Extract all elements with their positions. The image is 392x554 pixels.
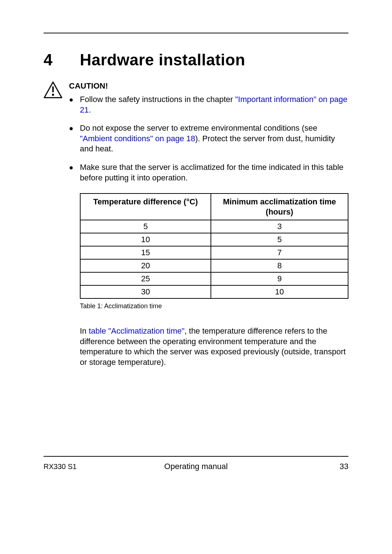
- table-cell-temp: 25: [80, 272, 211, 285]
- bullet-dot-icon: ●: [69, 123, 80, 154]
- bullet-text-pre: Do not expose the server to extreme envi…: [80, 123, 317, 133]
- table-cell-temp: 5: [80, 220, 211, 233]
- bullet-text: Follow the safety instructions in the ch…: [80, 94, 348, 115]
- paragraph-after-table: In table "Acclimatization time", the tem…: [80, 326, 348, 367]
- top-rule: [44, 33, 348, 33]
- table-row: 15 7: [80, 246, 348, 259]
- acclimatization-table-wrap: Temperature difference (°C) Minimum accl…: [80, 193, 348, 310]
- caution-body: CAUTION! ● Follow the safety instruction…: [69, 81, 348, 191]
- chapter-number: 4: [44, 51, 80, 69]
- table-header-row: Temperature difference (°C) Minimum accl…: [80, 194, 348, 220]
- bullet-text-pre: Make sure that the server is acclimatize…: [80, 163, 343, 182]
- page-footer: RX330 S1 Operating manual 33: [44, 456, 348, 471]
- table-caption: Table 1: Acclimatization time: [80, 302, 348, 310]
- caution-label: CAUTION!: [69, 81, 348, 91]
- table-cell-time: 8: [211, 259, 348, 272]
- page-content: 4 Hardware installation CAUTION! ● Follo…: [44, 33, 348, 368]
- table-header-time: Minimum acclimatization time (hours): [211, 194, 348, 220]
- table-cell-time: 5: [211, 233, 348, 246]
- table-row: 10 5: [80, 233, 348, 246]
- caution-triangle-icon: [44, 81, 62, 99]
- acclimatization-table: Temperature difference (°C) Minimum accl…: [80, 193, 348, 299]
- bullet-item: ● Follow the safety instructions in the …: [69, 94, 348, 115]
- footer-model: RX330 S1: [44, 463, 77, 471]
- table-row: 5 3: [80, 220, 348, 233]
- link-table-acclimatization[interactable]: table "Acclimatization time": [89, 326, 184, 335]
- caution-icon-col: [44, 81, 69, 191]
- bullet-text-post: .: [89, 105, 91, 114]
- table-row: 30 10: [80, 285, 348, 298]
- bullet-text: Do not expose the server to extreme envi…: [80, 123, 348, 154]
- table-cell-time: 7: [211, 246, 348, 259]
- footer-rule: [44, 456, 348, 457]
- chapter-title: Hardware installation: [80, 51, 245, 69]
- table-header-temp: Temperature difference (°C): [80, 194, 211, 220]
- table-cell-temp: 15: [80, 246, 211, 259]
- chapter-heading: 4 Hardware installation: [44, 51, 348, 69]
- table-row: 20 8: [80, 259, 348, 272]
- footer-row: RX330 S1 Operating manual 33: [44, 462, 348, 471]
- svg-point-2: [52, 94, 54, 96]
- bullet-text-pre: Follow the safety instructions in the ch…: [80, 95, 235, 104]
- bullet-text: Make sure that the server is acclimatize…: [80, 162, 348, 183]
- footer-doc-title: Operating manual: [164, 462, 228, 471]
- caution-block: CAUTION! ● Follow the safety instruction…: [44, 81, 348, 191]
- para-pre: In: [80, 326, 89, 335]
- bullet-item: ● Do not expose the server to extreme en…: [69, 123, 348, 154]
- table-cell-time: 3: [211, 220, 348, 233]
- table-cell-time: 10: [211, 285, 348, 298]
- table-row: 25 9: [80, 272, 348, 285]
- footer-page-number: 33: [340, 462, 348, 471]
- link-ambient-conditions[interactable]: "Ambient conditions" on page 18: [80, 134, 195, 143]
- table-cell-temp: 10: [80, 233, 211, 246]
- bullet-dot-icon: ●: [69, 94, 80, 115]
- table-cell-temp: 20: [80, 259, 211, 272]
- table-cell-time: 9: [211, 272, 348, 285]
- bullet-item: ● Make sure that the server is acclimati…: [69, 162, 348, 183]
- svg-rect-1: [52, 86, 54, 92]
- table-cell-temp: 30: [80, 285, 211, 298]
- bullet-dot-icon: ●: [69, 162, 80, 183]
